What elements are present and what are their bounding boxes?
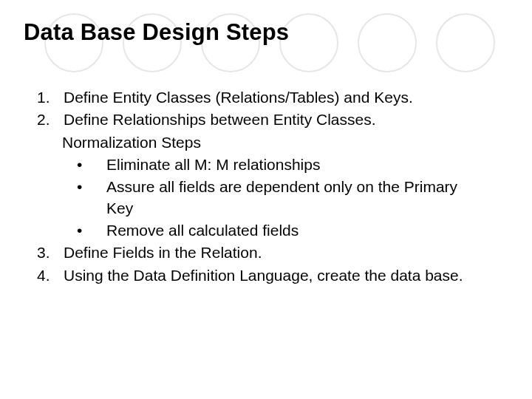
circle-icon	[358, 13, 417, 72]
list-item: 4. Using the Data Definition Language, c…	[35, 265, 497, 286]
list-item: 1. Define Entity Classes (Relations/Tabl…	[35, 87, 497, 108]
slide: Data Base Design Steps 1. Define Entity …	[0, 0, 532, 399]
item-text: Remove all calculated fields	[106, 220, 497, 241]
slide-body: 1. Define Entity Classes (Relations/Tabl…	[35, 87, 497, 287]
bullet-icon: •	[77, 154, 106, 175]
list-item: • Assure all fields are dependent only o…	[35, 177, 497, 219]
list-item: 3. Define Fields in the Relation.	[35, 242, 497, 263]
bullet-icon: •	[77, 177, 106, 219]
list-item: • Eliminate all M: M relationships	[35, 154, 497, 175]
item-text: Eliminate all M: M relationships	[106, 154, 497, 175]
item-number: 1.	[35, 87, 64, 108]
item-text: Assure all fields are dependent only on …	[106, 177, 497, 219]
item-text: Using the Data Definition Language, crea…	[64, 265, 497, 286]
item-text: Define Fields in the Relation.	[64, 242, 497, 263]
circle-icon	[436, 13, 495, 72]
subheading-text: Normalization Steps	[62, 132, 497, 153]
slide-title: Data Base Design Steps	[24, 19, 289, 46]
list-item: 2. Define Relationships between Entity C…	[35, 109, 497, 130]
item-text: Define Relationships between Entity Clas…	[64, 109, 497, 130]
bullet-icon: •	[77, 220, 106, 241]
item-number: 3.	[35, 242, 64, 263]
item-number: 2.	[35, 109, 64, 130]
subheading: Normalization Steps	[35, 132, 497, 153]
item-number: 4.	[35, 265, 64, 286]
list-item: • Remove all calculated fields	[35, 220, 497, 241]
item-text: Define Entity Classes (Relations/Tables)…	[64, 87, 497, 108]
